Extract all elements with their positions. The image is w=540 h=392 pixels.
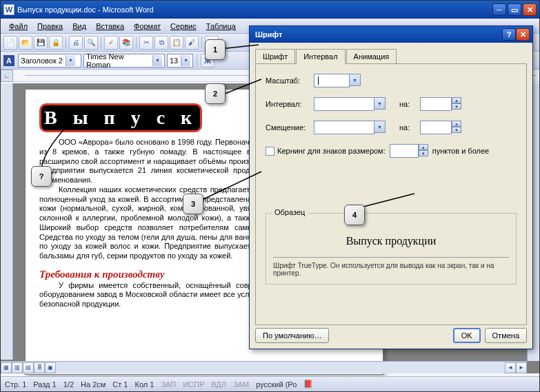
research-icon[interactable]: 📚 <box>119 36 133 50</box>
kerning-label: Кернинг для знаков размером: <box>277 147 386 155</box>
position-label: Смещение: <box>266 123 314 132</box>
position-by-label: на: <box>399 123 420 132</box>
spin-up-icon[interactable]: ▲ <box>419 144 428 150</box>
dialog-close-button[interactable]: ✕ <box>516 28 530 41</box>
dialog-titlebar: Шрифт ? ✕ <box>250 26 532 43</box>
cancel-button[interactable]: Отмена <box>485 328 527 343</box>
ok-button[interactable]: OK <box>453 328 481 343</box>
callout-4: 4 <box>344 205 365 225</box>
minimize-button[interactable]: ─ <box>492 3 506 16</box>
font-size-combo[interactable]: 13 ▼ <box>167 54 193 68</box>
window-title: Выпуск продукции.doc - Microsoft Word <box>17 6 492 14</box>
status-trk: ИСПР <box>183 380 204 389</box>
kerning-checkbox[interactable] <box>266 147 274 156</box>
save-icon[interactable]: 💾 <box>34 36 48 50</box>
print-icon[interactable]: 🖨 <box>69 36 83 50</box>
status-at: На 2см <box>81 380 106 389</box>
menu-format[interactable]: Формат <box>130 21 165 32</box>
spin-up-icon[interactable]: ▲ <box>452 97 461 103</box>
status-pages: 1/2 <box>63 380 74 389</box>
print-view-icon[interactable]: ▤ <box>23 362 34 373</box>
scale-combo[interactable]: ▼ <box>314 74 361 87</box>
spacing-combo[interactable]: ▼ <box>314 97 386 111</box>
callout-1: 1 <box>205 39 226 60</box>
default-button[interactable]: По умолчанию… <box>255 328 329 343</box>
position-combo[interactable]: ▼ <box>314 121 386 134</box>
scroll-left-icon[interactable]: ◄ <box>505 362 516 373</box>
menu-tools[interactable]: Сервис <box>166 21 201 32</box>
chevron-down-icon[interactable]: ▼ <box>374 121 386 133</box>
tab-font[interactable]: Шрифт <box>255 49 295 64</box>
reading-view-icon[interactable]: ▣ <box>45 362 56 373</box>
status-book-icon[interactable]: 📕 <box>303 380 313 389</box>
outline-view-icon[interactable]: ≣ <box>34 362 45 373</box>
menu-insert[interactable]: Вставка <box>92 21 128 32</box>
chevron-down-icon[interactable]: ▼ <box>152 55 162 66</box>
position-by-spinner[interactable]: ▲▼ <box>420 121 461 134</box>
spacing-label: Интервал: <box>266 100 314 108</box>
menu-file[interactable]: Файл <box>5 21 32 32</box>
dialog-title: Шрифт <box>252 30 502 39</box>
style-combo[interactable]: Заголовок 2 ▼ <box>18 54 81 68</box>
permission-icon[interactable]: 🔒 <box>49 36 63 50</box>
font-value: Times New Roman <box>86 52 150 69</box>
status-ext: ВДЛ <box>211 380 226 389</box>
spin-down-icon[interactable]: ▼ <box>452 127 461 133</box>
chevron-down-icon[interactable]: ▼ <box>350 74 361 86</box>
web-view-icon[interactable]: ▥ <box>12 362 23 373</box>
cut-icon[interactable]: ✂ <box>139 36 153 50</box>
dialog-tabs: Шрифт Интервал Анимация <box>255 48 527 63</box>
status-rec: ЗАП <box>161 380 176 389</box>
spacing-by-spinner[interactable]: ▲▼ <box>420 97 461 111</box>
spin-up-icon[interactable]: ▲ <box>452 121 461 127</box>
menu-edit[interactable]: Правка <box>33 21 67 32</box>
new-doc-icon[interactable]: 📄 <box>3 36 17 50</box>
callout-2: 2 <box>205 83 226 104</box>
preview-text: Выпуск продукции <box>273 225 509 258</box>
scroll-right-icon[interactable]: ► <box>516 362 527 373</box>
status-bar: Стр. 1 Разд 1 1/2 На 2см Ст 1 Кол 1 ЗАП … <box>1 376 539 391</box>
callout-question: ? <box>31 166 52 187</box>
format-painter-icon[interactable]: 🖌 <box>185 36 199 50</box>
vertical-ruler[interactable] <box>1 83 13 360</box>
tab-animation[interactable]: Анимация <box>346 49 397 64</box>
styles-pane-icon[interactable]: A <box>3 55 14 66</box>
open-icon[interactable]: 📂 <box>19 36 32 50</box>
chevron-down-icon[interactable]: ▼ <box>66 55 75 66</box>
tab-selector[interactable]: ∟ <box>1 70 13 82</box>
tab-panel-interval: Масштаб: ▼ Интервал: ▼ на: ▲▼ <box>255 63 527 325</box>
style-value: Заголовок 2 <box>21 56 63 65</box>
font-combo[interactable]: Times New Roman ▼ <box>83 54 165 68</box>
menu-view[interactable]: Вид <box>68 21 90 32</box>
copy-icon[interactable]: ⧉ <box>154 36 168 50</box>
status-section: Разд 1 <box>33 380 56 389</box>
close-button[interactable]: ✕ <box>523 3 537 16</box>
chevron-down-icon[interactable]: ▼ <box>374 97 386 110</box>
font-dialog: Шрифт ? ✕ Шрифт Интервал Анимация Масшта… <box>249 25 533 349</box>
paste-icon[interactable]: 📋 <box>170 36 183 50</box>
status-lang: русский (Ро <box>256 380 297 389</box>
maximize-button[interactable]: ▭ <box>508 3 521 16</box>
spellcheck-icon[interactable]: ✓ <box>104 36 118 50</box>
preview-icon[interactable]: 🔍 <box>84 36 98 50</box>
font-size-value: 13 <box>170 56 178 65</box>
preview-legend: Образец <box>272 208 308 216</box>
kerning-points-spinner[interactable]: ▲▼ <box>390 144 428 158</box>
preview-hint: Шрифт TrueType. Он используется для выво… <box>273 262 509 277</box>
tab-interval[interactable]: Интервал <box>296 49 345 64</box>
word-titlebar: W Выпуск продукции.doc - Microsoft Word … <box>1 1 539 19</box>
dialog-help-button[interactable]: ? <box>502 28 516 41</box>
status-page: Стр. 1 <box>5 380 26 389</box>
status-col: Кол 1 <box>134 380 154 389</box>
status-line: Ст 1 <box>112 380 128 389</box>
selected-heading[interactable]: В ы п у с к <box>39 103 202 132</box>
status-ovr: ЗАМ <box>233 380 249 389</box>
menu-table[interactable]: Таблица <box>202 21 240 32</box>
scale-label: Масштаб: <box>266 76 314 85</box>
chevron-down-icon[interactable]: ▼ <box>181 55 190 66</box>
normal-view-icon[interactable]: ▦ <box>1 362 12 373</box>
spin-down-icon[interactable]: ▼ <box>419 150 428 156</box>
callout-3: 3 <box>183 194 203 214</box>
spin-down-icon[interactable]: ▼ <box>452 103 461 110</box>
view-buttons-and-hscroll: ▦ ▥ ▤ ≣ ▣ ◄ ► <box>1 361 527 373</box>
